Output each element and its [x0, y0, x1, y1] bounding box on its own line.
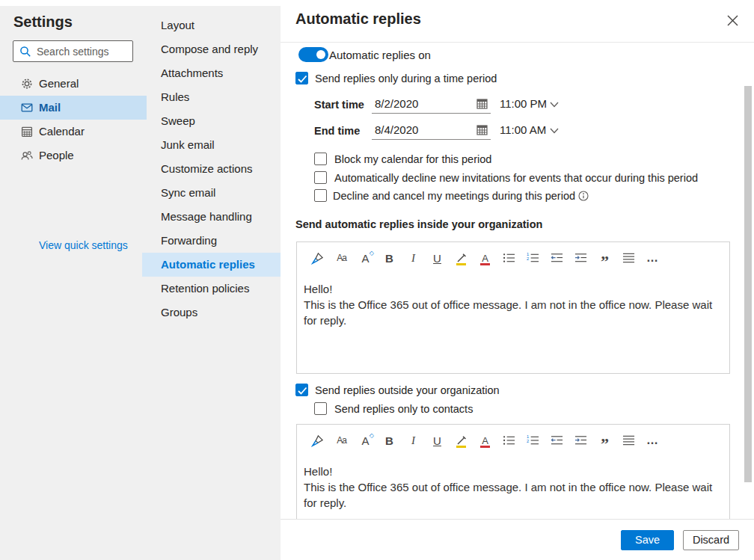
format-painter-icon[interactable]: [311, 251, 324, 265]
date-picker-icon[interactable]: [476, 124, 488, 135]
category-sync-email[interactable]: Sync email: [142, 181, 281, 205]
category-junk-email[interactable]: Junk email: [142, 133, 281, 157]
category-retention-policies[interactable]: Retention policies: [142, 277, 281, 301]
sidebar-item-calendar[interactable]: Calendar: [0, 120, 147, 144]
font-size-icon[interactable]: A◇: [359, 251, 372, 265]
contacts-only-checkbox[interactable]: [314, 402, 327, 415]
more-options-icon[interactable]: …: [646, 251, 659, 265]
editor-toolbar: Aa A◇ B I U A 1: [297, 242, 729, 269]
footer-bar: Save Discard: [281, 519, 754, 560]
outside-reply-textarea[interactable]: Hello! This is the Office 365 out of off…: [297, 452, 729, 511]
mail-categories-list: Layout Compose and reply Attachments Rul…: [142, 13, 281, 324]
numbered-list-icon[interactable]: 1 2: [527, 434, 539, 448]
inside-reply-textarea[interactable]: Hello! This is the Office 365 out of off…: [297, 269, 729, 328]
bold-icon[interactable]: B: [383, 251, 396, 265]
start-date-field[interactable]: 8/2/2020: [372, 95, 491, 114]
svg-text:2: 2: [527, 439, 529, 443]
sidebar-item-people[interactable]: People: [0, 144, 147, 167]
increase-indent-icon[interactable]: [574, 251, 587, 265]
outside-reply-editor: Aa A◇ B I U A 1: [296, 424, 730, 519]
underline-icon[interactable]: U: [431, 251, 444, 265]
bullet-list-icon[interactable]: [503, 251, 515, 265]
end-time-dropdown[interactable]: 11:00 AM: [500, 121, 561, 140]
format-painter-icon[interactable]: [311, 434, 324, 448]
font-color-icon[interactable]: A: [479, 251, 491, 265]
save-button[interactable]: Save: [621, 530, 674, 550]
mail-icon: [21, 102, 33, 114]
align-icon[interactable]: [622, 434, 635, 448]
italic-icon[interactable]: I: [407, 434, 420, 448]
toggle-knob: [316, 50, 325, 59]
start-time-label: Start time: [314, 99, 364, 111]
decrease-indent-icon[interactable]: [551, 434, 563, 448]
time-period-checkbox[interactable]: [295, 72, 308, 84]
inside-reply-editor: Aa A◇ B I U A 1: [296, 241, 730, 374]
settings-window: Settings General Mail: [0, 0, 754, 560]
italic-icon[interactable]: I: [407, 251, 420, 265]
contacts-only-label: Send replies only to contacts: [334, 403, 473, 415]
category-message-handling[interactable]: Message handling: [142, 205, 281, 229]
quote-icon[interactable]: ”: [598, 434, 611, 448]
align-icon[interactable]: [622, 251, 635, 265]
numbered-list-icon[interactable]: 1 2: [527, 251, 539, 265]
automatic-replies-toggle[interactable]: [298, 47, 328, 62]
sidebar-item-mail[interactable]: Mail: [0, 96, 147, 120]
bullet-list-icon[interactable]: [503, 434, 515, 448]
highlight-icon[interactable]: [455, 251, 468, 265]
editor-toolbar: Aa A◇ B I U A 1: [297, 425, 729, 452]
discard-button[interactable]: Discard: [683, 530, 739, 550]
category-layout[interactable]: Layout: [142, 13, 281, 37]
increase-indent-icon[interactable]: [574, 434, 587, 448]
highlight-icon[interactable]: [455, 434, 468, 448]
category-forwarding[interactable]: Forwarding: [142, 229, 281, 253]
close-icon[interactable]: [726, 14, 739, 27]
category-attachments[interactable]: Attachments: [142, 61, 281, 85]
outside-organization-checkbox[interactable]: [295, 384, 308, 396]
chevron-down-icon: [550, 102, 559, 108]
decline-cancel-meetings-label: Decline and cancel my meetings during th…: [333, 190, 589, 202]
sidebar-item-label: General: [39, 77, 79, 90]
decrease-indent-icon[interactable]: [551, 251, 563, 265]
decline-cancel-meetings-checkbox[interactable]: [314, 189, 327, 202]
start-date-value: 8/2/2020: [375, 97, 418, 110]
category-groups[interactable]: Groups: [142, 301, 281, 324]
font-icon[interactable]: Aa: [335, 251, 348, 265]
start-time-dropdown[interactable]: 11:00 PM: [500, 95, 561, 114]
outside-organization-label: Send replies outside your organization: [315, 384, 500, 396]
info-icon[interactable]: [578, 191, 589, 201]
end-date-field[interactable]: 8/4/2020: [372, 121, 491, 140]
category-rules[interactable]: Rules: [142, 85, 281, 109]
category-customize-actions[interactable]: Customize actions: [142, 157, 281, 181]
underline-icon[interactable]: U: [431, 434, 444, 448]
decline-cancel-meetings-text: Decline and cancel my meetings during th…: [333, 190, 575, 202]
sidebar-item-label: Calendar: [39, 125, 85, 138]
category-sweep[interactable]: Sweep: [142, 109, 281, 133]
decline-invitations-label: Automatically decline new invitations fo…: [334, 172, 698, 184]
message-line: Hello!: [304, 281, 723, 297]
sidebar-item-general[interactable]: General: [0, 72, 147, 96]
check-icon: [297, 74, 308, 84]
decline-invitations-checkbox[interactable]: [314, 171, 327, 184]
date-picker-icon[interactable]: [476, 98, 488, 109]
category-compose-and-reply[interactable]: Compose and reply: [142, 37, 281, 61]
font-color-icon[interactable]: A: [479, 434, 491, 448]
scrollbar-thumb[interactable]: [744, 86, 752, 482]
chevron-down-icon: [550, 128, 559, 134]
font-size-icon[interactable]: A◇: [359, 434, 372, 448]
message-line: This is the Office 365 out of office mes…: [304, 479, 723, 511]
category-automatic-replies[interactable]: Automatic replies: [142, 253, 281, 277]
block-calendar-checkbox[interactable]: [314, 153, 327, 165]
message-line: This is the Office 365 out of office mes…: [304, 297, 723, 328]
message-line: Hello!: [304, 464, 723, 479]
bold-icon[interactable]: B: [383, 434, 396, 448]
view-quick-settings-link[interactable]: View quick settings: [39, 239, 128, 251]
settings-sidebar: Settings General Mail: [0, 6, 281, 560]
header-divider: [281, 42, 754, 43]
end-time-label: End time: [314, 125, 360, 137]
more-options-icon[interactable]: …: [646, 434, 659, 448]
font-icon[interactable]: Aa: [335, 434, 348, 448]
people-icon: [21, 150, 33, 161]
quote-icon[interactable]: ”: [598, 251, 611, 265]
gear-icon: [21, 78, 33, 90]
sidebar-item-label: Mail: [39, 101, 61, 114]
